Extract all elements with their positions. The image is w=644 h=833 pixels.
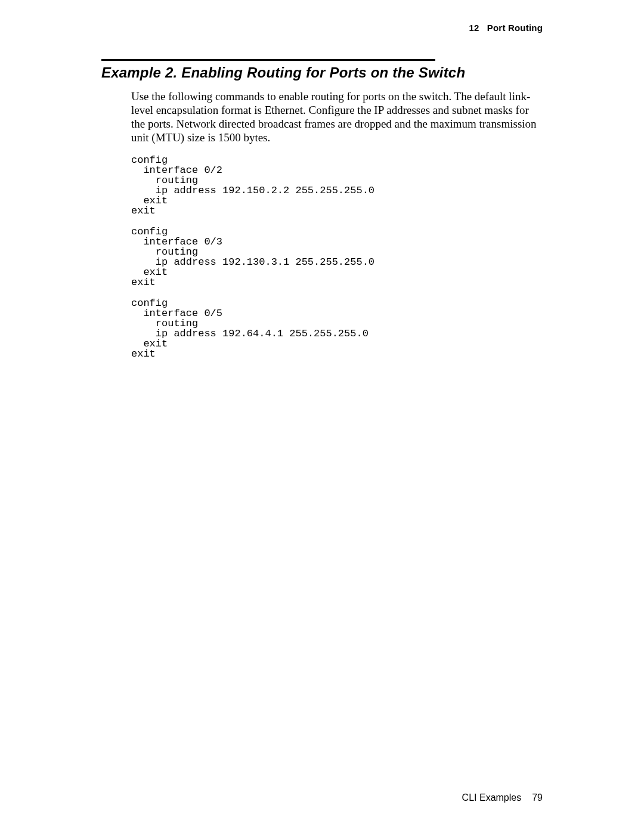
section-title: Example 2. Enabling Routing for Ports on…	[101, 64, 543, 81]
section-divider	[101, 59, 435, 61]
code-block-3: config interface 0/5 routing ip address …	[131, 298, 543, 359]
chapter-number: 12	[469, 23, 479, 33]
page: 12 Port Routing Example 2. Enabling Rout…	[0, 0, 644, 833]
section-body: Use the following commands to enable rou…	[131, 89, 543, 359]
code-block-1: config interface 0/2 routing ip address …	[131, 155, 543, 216]
footer-page-number: 79	[532, 792, 543, 803]
section-paragraph: Use the following commands to enable rou…	[131, 89, 543, 144]
code-block-2: config interface 0/3 routing ip address …	[131, 227, 543, 287]
footer-label: CLI Examples	[462, 792, 522, 803]
chapter-title: Port Routing	[487, 23, 543, 33]
page-footer: CLI Examples79	[462, 792, 543, 803]
running-header: 12 Port Routing	[101, 23, 543, 33]
